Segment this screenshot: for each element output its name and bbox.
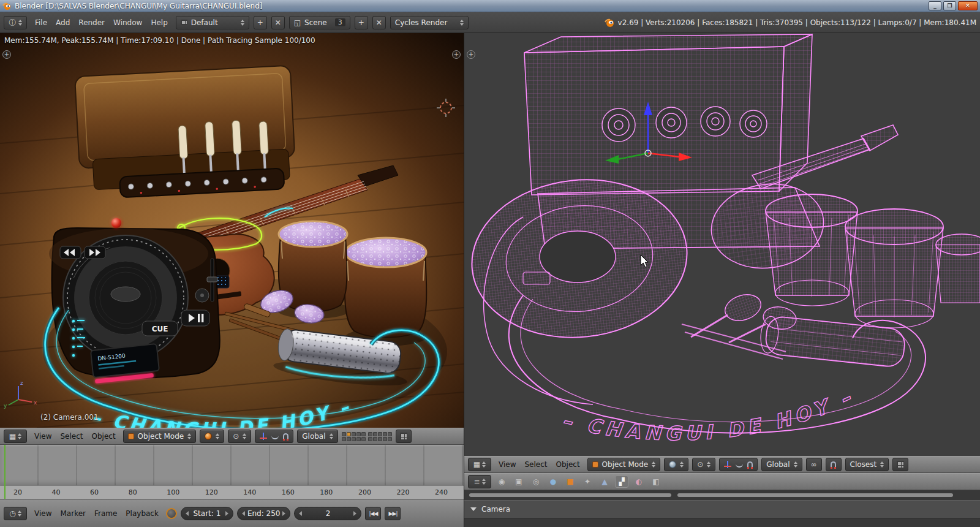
jump-to-start-button[interactable]: |◀◀ xyxy=(365,507,381,520)
menu-item[interactable]: Select xyxy=(521,460,551,469)
maximize-button[interactable]: ❐ xyxy=(943,1,956,10)
horizontal-scrollbar[interactable] xyxy=(469,493,671,497)
decrement-arrow-icon[interactable] xyxy=(299,511,302,516)
snap-toggle-button[interactable] xyxy=(826,458,842,471)
menu-item[interactable]: Add xyxy=(52,18,74,27)
scene-selector[interactable]: ◱ Scene 3 xyxy=(289,16,350,29)
tab-render-icon[interactable]: ◉ xyxy=(495,476,508,488)
menu-item[interactable]: Marker xyxy=(56,509,89,518)
horizontal-scrollbar[interactable] xyxy=(677,493,953,497)
frame-end-field[interactable]: End: 250 xyxy=(237,507,291,520)
pitch-slider[interactable] xyxy=(207,277,217,282)
menu-item[interactable]: Select xyxy=(56,432,86,441)
menu-item[interactable]: Playback xyxy=(122,509,162,518)
increment-arrow-icon[interactable] xyxy=(282,511,285,516)
current-frame-field[interactable]: 2 xyxy=(294,507,361,520)
minimize-button[interactable]: _ xyxy=(929,1,941,10)
menu-item[interactable]: View xyxy=(31,432,55,441)
region-split-widget[interactable]: + xyxy=(2,50,11,59)
transform-orientation-selector[interactable]: Global xyxy=(297,430,337,443)
close-layout-button[interactable]: ✕ xyxy=(271,16,285,29)
snap-target-selector[interactable]: Closest xyxy=(845,458,889,471)
pivot-icon: ⊙ xyxy=(697,461,703,468)
grid-icon xyxy=(897,461,904,468)
menu-item[interactable]: Window xyxy=(110,18,146,27)
editor-type-button-3dview[interactable]: ▦ xyxy=(4,430,27,443)
editor-type-button-info[interactable]: ⓘ xyxy=(4,16,27,29)
menu-item[interactable]: Object xyxy=(552,460,584,469)
render-display-button[interactable] xyxy=(892,458,908,471)
mode-selector[interactable]: Object Mode xyxy=(587,458,661,471)
layer-grid[interactable] xyxy=(342,432,392,441)
add-scene-button[interactable]: + xyxy=(355,16,368,29)
next-track-button[interactable] xyxy=(85,246,105,259)
menu-item[interactable]: View xyxy=(495,460,519,469)
play-pause-button[interactable] xyxy=(181,310,209,326)
dj-deck: CUE DN-S1200 xyxy=(49,218,220,384)
camera-panel-header[interactable]: Camera xyxy=(464,500,980,518)
menu-item[interactable]: Render xyxy=(75,18,108,27)
region-split-widget[interactable]: + xyxy=(467,50,475,59)
snap-magnet-icon[interactable] xyxy=(747,461,753,468)
decrement-arrow-icon[interactable] xyxy=(186,511,189,516)
scene-users-count[interactable]: 3 xyxy=(335,18,345,26)
render-engine-value: Cycles Render xyxy=(395,18,448,27)
close-button[interactable]: ✕ xyxy=(958,1,978,10)
red-knob[interactable] xyxy=(111,218,121,228)
viewport-shading-selector[interactable] xyxy=(200,430,224,443)
manipulator-toggle-group[interactable] xyxy=(719,458,758,471)
transform-orientation-selector[interactable]: Global xyxy=(761,458,802,471)
tab-modifiers-icon[interactable]: ▲ xyxy=(598,476,611,488)
increment-arrow-icon[interactable] xyxy=(225,511,228,516)
frame-start-field[interactable]: Start: 1 xyxy=(181,507,233,520)
pivot-point-selector[interactable]: ⊙ xyxy=(692,458,715,471)
editor-type-button-properties[interactable]: ≡ xyxy=(468,475,491,488)
translate-manipulator-icon[interactable] xyxy=(260,433,267,440)
window-titlebar: Blender [D:\SALVAS Blender\CHANGUI\My Gu… xyxy=(0,0,980,12)
platter-center-knob[interactable] xyxy=(111,287,140,301)
tab-world-icon[interactable]: ● xyxy=(546,476,560,488)
rotate-manipulator-icon[interactable] xyxy=(271,433,279,439)
tab-constraints-icon[interactable]: ✦ xyxy=(581,476,594,488)
menu-item[interactable]: View xyxy=(31,509,55,518)
tab-scene-icon[interactable]: ◎ xyxy=(529,476,543,488)
tab-data-icon[interactable]: ▞ xyxy=(615,476,628,488)
timeline-playhead[interactable] xyxy=(4,445,6,499)
timeline-editor-icon: ◷ xyxy=(9,510,15,517)
timeline-track[interactable] xyxy=(0,445,464,485)
increment-arrow-icon[interactable] xyxy=(353,511,356,516)
orientation-value: Global xyxy=(302,432,325,441)
pivot-point-selector[interactable]: ⊙ xyxy=(228,430,251,443)
manipulator-toggle-group[interactable] xyxy=(255,430,293,443)
render-display-button[interactable] xyxy=(396,430,412,443)
tab-object-icon[interactable]: ■ xyxy=(564,476,577,488)
translate-manipulator-icon[interactable] xyxy=(724,461,731,468)
proportional-edit-button[interactable]: ∞ xyxy=(806,458,822,471)
auto-keyframe-record-button[interactable] xyxy=(166,508,177,519)
timeline-ruler[interactable]: 20406080100120140160180200220240 xyxy=(0,485,464,499)
rendered-viewport[interactable]: Mem:155.74M, Peak:155.74M | Time:17:09.1… xyxy=(0,33,464,428)
editor-type-button-3dview[interactable]: ▦ xyxy=(468,458,491,471)
snap-magnet-icon[interactable] xyxy=(283,433,288,440)
screen-layout-selector[interactable]: Default xyxy=(176,16,249,29)
region-split-widget[interactable]: + xyxy=(452,50,461,59)
jump-to-end-button[interactable]: ▶▶| xyxy=(385,507,401,520)
menu-item[interactable]: Help xyxy=(147,18,171,27)
close-scene-button[interactable]: ✕ xyxy=(372,16,386,29)
menu-item[interactable]: Object xyxy=(88,432,119,441)
properties-background xyxy=(464,518,980,527)
add-layout-button[interactable]: + xyxy=(254,16,267,29)
tab-material-icon[interactable]: ◐ xyxy=(632,476,646,488)
editor-type-button-timeline[interactable]: ◷ xyxy=(4,507,27,520)
menu-item[interactable]: Frame xyxy=(91,509,121,518)
mode-selector[interactable]: Object Mode xyxy=(123,430,197,443)
viewport-shading-selector[interactable] xyxy=(664,458,688,471)
render-engine-selector[interactable]: Cycles Render xyxy=(390,16,469,29)
spinner-arrows-icon xyxy=(482,479,486,485)
decrement-arrow-icon[interactable] xyxy=(242,511,245,516)
wireframe-viewport[interactable]: + xyxy=(464,33,980,456)
tab-texture-icon[interactable]: ◧ xyxy=(649,476,663,488)
rotate-manipulator-icon[interactable] xyxy=(736,461,743,468)
menu-item[interactable]: File xyxy=(31,18,51,27)
tab-render-layers-icon[interactable]: ▣ xyxy=(512,476,526,488)
